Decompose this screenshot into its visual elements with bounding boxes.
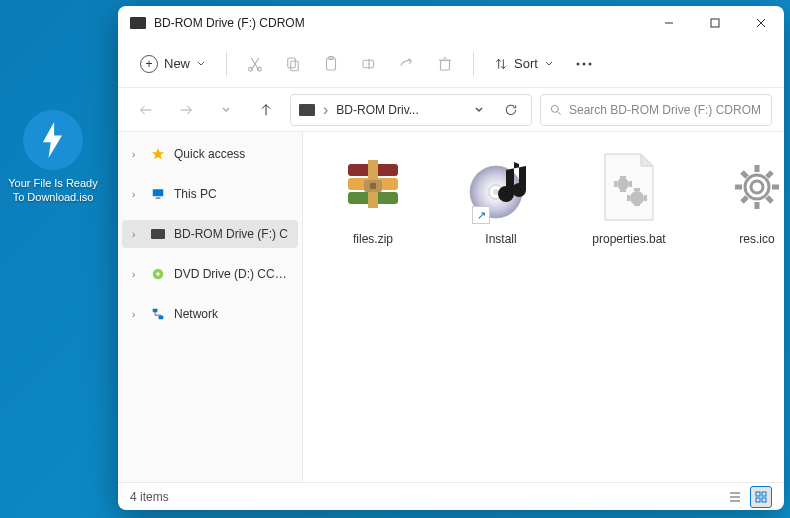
desktop-icon-iso[interactable]: Your File Is Ready To Download.iso [8, 110, 98, 205]
separator [473, 52, 474, 76]
svg-rect-61 [762, 498, 766, 502]
back-button[interactable] [130, 94, 162, 126]
file-item-install[interactable]: ↗ Install [441, 152, 561, 246]
plus-icon: + [140, 55, 158, 73]
svg-rect-7 [291, 61, 299, 71]
svg-line-19 [558, 111, 561, 114]
main-area: › Quick access › This PC › BD-ROM Drive … [118, 132, 784, 482]
sort-label: Sort [514, 56, 538, 71]
share-button[interactable] [389, 46, 425, 82]
svg-rect-6 [288, 58, 296, 68]
chevron-right-icon: › [132, 189, 142, 200]
svg-point-45 [745, 175, 769, 199]
sidebar-item-this-pc[interactable]: › This PC [122, 180, 298, 208]
sidebar-item-network[interactable]: › Network [122, 300, 298, 328]
chevron-right-icon: › [132, 149, 142, 160]
more-button[interactable] [566, 46, 602, 82]
sidebar-item-label: DVD Drive (D:) CCCC [174, 267, 288, 281]
svg-rect-37 [620, 189, 626, 192]
sidebar-item-quick-access[interactable]: › Quick access [122, 140, 298, 168]
new-label: New [164, 56, 190, 71]
up-button[interactable] [250, 94, 282, 126]
svg-rect-24 [153, 309, 158, 313]
chevron-right-icon: › [132, 269, 142, 280]
svg-point-35 [617, 178, 629, 190]
file-item-ico[interactable]: res.ico [697, 152, 784, 246]
status-text: 4 items [130, 490, 724, 504]
svg-rect-43 [627, 195, 630, 201]
svg-point-18 [551, 105, 558, 112]
svg-point-4 [249, 67, 253, 71]
window-title: BD-ROM Drive (F:) CDROM [154, 16, 646, 30]
svg-rect-44 [644, 195, 647, 201]
sort-button[interactable]: Sort [484, 50, 564, 77]
file-item-zip[interactable]: files.zip [313, 152, 433, 246]
navbar: › BD-ROM Driv... [118, 88, 784, 132]
maximize-button[interactable] [692, 6, 738, 40]
sidebar-item-label: Quick access [174, 147, 288, 161]
pc-icon [150, 186, 166, 202]
sidebar: › Quick access › This PC › BD-ROM Drive … [118, 132, 303, 482]
svg-rect-59 [762, 492, 766, 496]
music-shortcut-icon: ↗ [466, 152, 536, 222]
copy-button[interactable] [275, 46, 311, 82]
svg-rect-60 [756, 498, 760, 502]
chevron-right-icon: › [132, 309, 142, 320]
svg-point-40 [630, 191, 644, 205]
svg-rect-58 [756, 492, 760, 496]
svg-point-17 [588, 62, 591, 65]
svg-point-46 [751, 181, 763, 193]
drive-icon [130, 17, 146, 29]
sidebar-item-label: Network [174, 307, 288, 321]
file-grid: files.zip ↗ Install [303, 132, 784, 482]
file-item-bat[interactable]: properties.bat [569, 152, 689, 246]
refresh-button[interactable] [499, 98, 523, 122]
rename-button[interactable] [351, 46, 387, 82]
zip-icon [338, 152, 408, 222]
chevron-down-icon [544, 59, 554, 69]
breadcrumb-separator: › [323, 101, 328, 119]
svg-line-52 [767, 197, 772, 202]
sidebar-item-bdrom-drive[interactable]: › BD-ROM Drive (F:) C [122, 220, 298, 248]
recent-button[interactable] [210, 94, 242, 126]
new-button[interactable]: + New [130, 49, 216, 79]
svg-line-51 [742, 172, 747, 177]
file-label: Install [485, 232, 516, 246]
sidebar-item-label: This PC [174, 187, 288, 201]
sidebar-item-dvd-drive[interactable]: › DVD Drive (D:) CCCC [122, 260, 298, 288]
svg-rect-10 [363, 60, 374, 68]
delete-button[interactable] [427, 46, 463, 82]
svg-rect-21 [156, 198, 161, 199]
paste-button[interactable] [313, 46, 349, 82]
minimize-button[interactable] [646, 6, 692, 40]
cut-button[interactable] [237, 46, 273, 82]
svg-line-54 [742, 197, 747, 202]
search-input[interactable] [569, 103, 763, 117]
svg-rect-36 [620, 176, 626, 179]
svg-point-5 [258, 67, 262, 71]
file-label: properties.bat [592, 232, 665, 246]
address-path: BD-ROM Driv... [336, 103, 459, 117]
shortcut-arrow-icon: ↗ [472, 206, 490, 224]
svg-rect-20 [153, 189, 164, 196]
view-icons-button[interactable] [750, 486, 772, 508]
drive-icon [299, 104, 315, 116]
titlebar: BD-ROM Drive (F:) CDROM [118, 6, 784, 40]
explorer-window: BD-ROM Drive (F:) CDROM + New [118, 6, 784, 510]
svg-line-53 [767, 172, 772, 177]
dvd-icon [150, 266, 166, 282]
svg-point-16 [582, 62, 585, 65]
svg-point-23 [156, 272, 160, 276]
svg-rect-12 [441, 60, 450, 70]
view-details-button[interactable] [724, 486, 746, 508]
star-icon [150, 146, 166, 162]
forward-button[interactable] [170, 94, 202, 126]
file-label: files.zip [353, 232, 393, 246]
svg-rect-1 [711, 19, 719, 27]
close-button[interactable] [738, 6, 784, 40]
svg-rect-38 [614, 181, 617, 187]
chevron-right-icon: › [132, 229, 142, 240]
address-dropdown-button[interactable] [467, 98, 491, 122]
search-box[interactable] [540, 94, 772, 126]
address-bar[interactable]: › BD-ROM Driv... [290, 94, 532, 126]
